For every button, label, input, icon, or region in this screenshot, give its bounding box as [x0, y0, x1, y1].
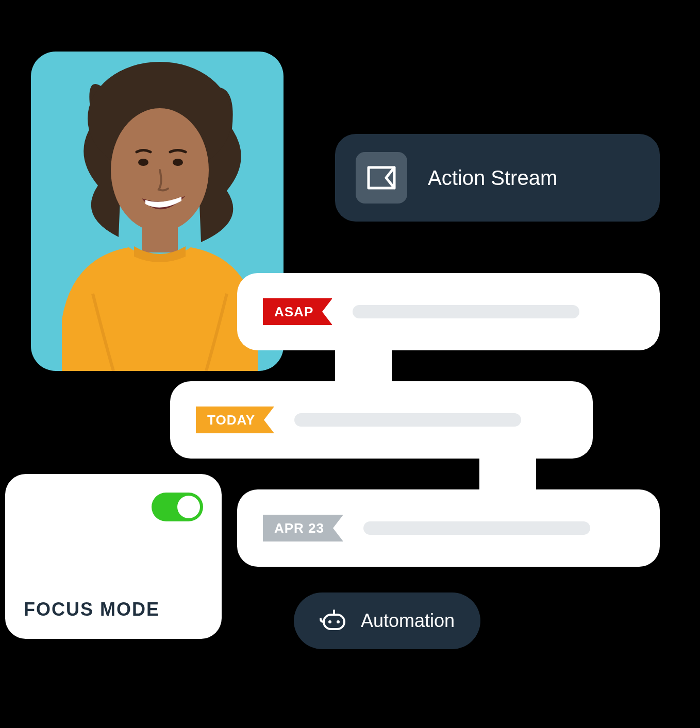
robot-icon — [320, 610, 346, 632]
priority-flag-date: APR 23 — [263, 515, 343, 541]
svg-point-6 — [328, 620, 331, 623]
priority-flag-label: TODAY — [207, 412, 255, 428]
stream-item-date[interactable]: APR 23 — [237, 489, 660, 567]
priority-flag-today: TODAY — [196, 407, 274, 433]
stream-item-today[interactable]: TODAY — [170, 381, 593, 459]
svg-point-4 — [173, 159, 183, 166]
focus-mode-card: FOCUS MODE — [5, 474, 222, 639]
priority-flag-asap: ASAP — [263, 298, 332, 325]
stream-item-asap[interactable]: ASAP — [237, 273, 660, 350]
action-stream-title: Action Stream — [428, 166, 557, 190]
automation-pill[interactable]: Automation — [294, 592, 480, 649]
automation-label: Automation — [361, 610, 455, 632]
svg-rect-5 — [324, 615, 344, 629]
toggle-knob — [177, 496, 200, 518]
svg-point-7 — [337, 620, 340, 623]
action-stream-icon — [356, 152, 407, 204]
svg-point-3 — [138, 159, 148, 166]
svg-rect-2 — [142, 216, 178, 252]
priority-flag-label: APR 23 — [274, 520, 324, 536]
priority-flag-label: ASAP — [274, 304, 313, 320]
task-title-placeholder — [294, 413, 521, 427]
action-stream-card[interactable]: Action Stream — [335, 134, 660, 222]
task-title-placeholder — [363, 521, 590, 535]
focus-mode-label: FOCUS MODE — [24, 599, 203, 620]
task-title-placeholder — [353, 305, 579, 318]
focus-mode-toggle[interactable] — [152, 493, 203, 521]
